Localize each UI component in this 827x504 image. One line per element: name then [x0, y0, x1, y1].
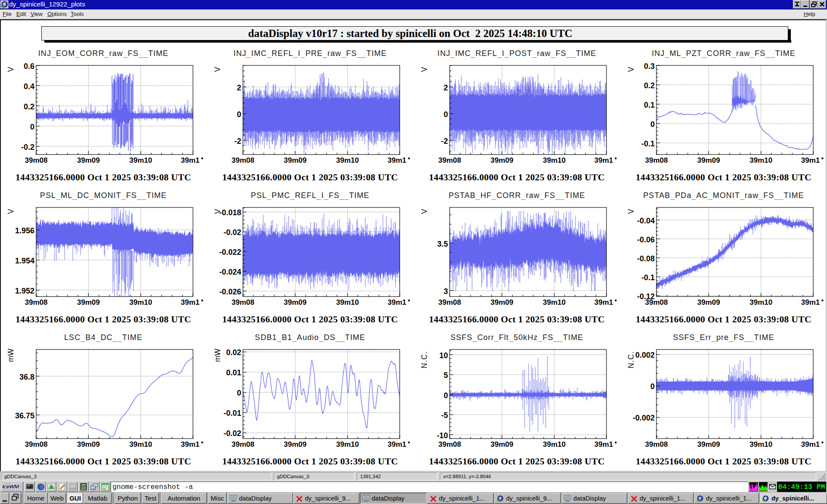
- svg-text:39m1: 39m1: [388, 440, 406, 448]
- svg-text:39m08: 39m08: [25, 298, 48, 306]
- svg-text:INJ_IMC_REFL_I_POST_raw_FS__TI: INJ_IMC_REFL_I_POST_raw_FS__TIME: [438, 49, 597, 58]
- svg-text:39m09: 39m09: [697, 440, 720, 448]
- svg-text:39m09: 39m09: [284, 156, 307, 164]
- svg-text:INJ_ML_PZT_CORR_raw_FS__TIME: INJ_ML_PZT_CORR_raw_FS__TIME: [652, 49, 796, 58]
- svg-text:39m08: 39m08: [232, 298, 255, 306]
- svg-text:LSC_B4_DC__TIME: LSC_B4_DC__TIME: [64, 333, 143, 342]
- svg-text:PSL_PMC_REFL_I_FS__TIME: PSL_PMC_REFL_I_FS__TIME: [251, 191, 369, 200]
- svg-text:39m10: 39m10: [336, 298, 359, 306]
- svg-text:mW: mW: [6, 348, 15, 362]
- svg-text:39m1: 39m1: [181, 298, 199, 306]
- svg-text:INJ_IMC_REFL_I_PRE_raw_FS__TIM: INJ_IMC_REFL_I_PRE_raw_FS__TIME: [233, 49, 387, 58]
- svg-text:-0.08: -0.08: [637, 254, 655, 263]
- svg-text:39m09: 39m09: [697, 298, 720, 306]
- svg-text:39m10: 39m10: [129, 440, 152, 448]
- svg-text:39m09: 39m09: [77, 298, 100, 306]
- svg-text:0.2: 0.2: [24, 102, 34, 111]
- svg-text:-0.04: -0.04: [637, 216, 655, 225]
- svg-text:-0.024: -0.024: [219, 268, 241, 276]
- svg-text:0: 0: [444, 391, 448, 400]
- svg-text:39m09: 39m09: [697, 156, 720, 164]
- svg-text:0: 0: [444, 110, 448, 119]
- svg-text:39m09: 39m09: [77, 440, 100, 448]
- svg-text:39m09: 39m09: [284, 440, 307, 448]
- svg-text:0: 0: [237, 389, 241, 397]
- svg-text:V: V: [420, 67, 429, 72]
- svg-text:1443325166.0000 Oct 1 2025 03:: 1443325166.0000 Oct 1 2025 03:39:08 UTC: [636, 172, 811, 182]
- svg-text:PSTAB_PDa_AC_MONIT_raw_FS__TIM: PSTAB_PDa_AC_MONIT_raw_FS__TIME: [643, 191, 804, 200]
- svg-text:10: 10: [439, 351, 448, 360]
- svg-text:PSL_ML_DC_MONIT_FS__TIME: PSL_ML_DC_MONIT_FS__TIME: [40, 191, 167, 200]
- svg-text:39m10: 39m10: [129, 156, 152, 164]
- svg-text:INJ_EOM_CORR_raw_FS__TIME: INJ_EOM_CORR_raw_FS__TIME: [38, 49, 168, 58]
- svg-text:N.C.: N.C.: [420, 351, 429, 368]
- svg-text:39m1: 39m1: [594, 440, 613, 448]
- svg-text:-0.01: -0.01: [224, 409, 241, 417]
- svg-text:39m10: 39m10: [543, 156, 566, 164]
- svg-text:mW: mW: [213, 348, 222, 362]
- svg-text:39m08: 39m08: [25, 156, 48, 164]
- svg-text:0.002: 0.002: [635, 351, 655, 359]
- svg-text:0.02: 0.02: [226, 348, 241, 357]
- svg-text:39m1: 39m1: [388, 156, 406, 164]
- svg-text:39m10: 39m10: [129, 298, 152, 306]
- svg-text:1443325166.0000 Oct 1 2025 03:: 1443325166.0000 Oct 1 2025 03:39:08 UTC: [16, 314, 191, 325]
- svg-text:39m1: 39m1: [594, 156, 613, 164]
- svg-text:-5: -5: [441, 411, 448, 420]
- svg-text:39m1: 39m1: [181, 156, 199, 164]
- svg-text:1443325166.0000 Oct 1 2025 03:: 1443325166.0000 Oct 1 2025 03:39:08 UTC: [222, 456, 398, 467]
- svg-text:-0.2: -0.2: [21, 143, 34, 152]
- svg-text:2: 2: [444, 83, 448, 92]
- svg-text:OVT: OVT: [92, 488, 96, 490]
- svg-text:V: V: [627, 67, 635, 72]
- svg-text:39m08: 39m08: [645, 298, 668, 306]
- svg-text:V: V: [6, 209, 15, 214]
- svg-text:1443325166.0000 Oct 1 2025 03:: 1443325166.0000 Oct 1 2025 03:39:08 UTC: [429, 172, 605, 182]
- svg-text:36.75: 36.75: [15, 411, 34, 420]
- svg-text:0.01: 0.01: [226, 368, 241, 377]
- svg-text:1443325166.0000 Oct 1 2025 03:: 1443325166.0000 Oct 1 2025 03:39:08 UTC: [636, 314, 811, 325]
- svg-text:1443325166.0000 Oct 1 2025 03:: 1443325166.0000 Oct 1 2025 03:39:08 UTC: [636, 456, 811, 467]
- svg-text:39m10: 39m10: [336, 440, 359, 448]
- svg-text:3: 3: [444, 287, 448, 296]
- svg-text:39m08: 39m08: [438, 440, 461, 448]
- svg-text:39m1: 39m1: [801, 440, 820, 448]
- svg-text:0.2: 0.2: [644, 81, 655, 90]
- svg-text:1443325166.0000 Oct 1 2025 03:: 1443325166.0000 Oct 1 2025 03:39:08 UTC: [222, 314, 398, 325]
- svg-text:1443325166.0000 Oct 1 2025 03:: 1443325166.0000 Oct 1 2025 03:39:08 UTC: [16, 456, 191, 467]
- svg-text:39m10: 39m10: [749, 298, 772, 306]
- svg-text:-2: -2: [441, 137, 448, 145]
- svg-text:1443325166.0000 Oct 1 2025 03:: 1443325166.0000 Oct 1 2025 03:39:08 UTC: [16, 172, 191, 182]
- svg-text:SSFS_Err_pre_FS__TIME: SSFS_Err_pre_FS__TIME: [673, 333, 774, 342]
- svg-text:V: V: [420, 209, 429, 214]
- svg-text:39m09: 39m09: [491, 156, 513, 164]
- svg-text:SSFS_Corr_Flt_50kHz_FS__TIME: SSFS_Corr_Flt_50kHz_FS__TIME: [451, 333, 584, 342]
- svg-text:1443325166.0000 Oct 1 2025 03:: 1443325166.0000 Oct 1 2025 03:39:08 UTC: [429, 314, 605, 325]
- svg-text:39m10: 39m10: [336, 156, 359, 164]
- svg-text:39m08: 39m08: [232, 156, 255, 164]
- svg-text:39m1: 39m1: [801, 156, 820, 164]
- svg-text:-0.06: -0.06: [637, 235, 655, 244]
- svg-text:39m10: 39m10: [749, 156, 772, 164]
- svg-text:-2: -2: [234, 137, 241, 145]
- svg-text:39m09: 39m09: [77, 156, 100, 164]
- svg-text:39m08: 39m08: [438, 156, 461, 164]
- svg-text:39m1: 39m1: [801, 298, 820, 306]
- svg-text:-10: -10: [437, 431, 448, 440]
- svg-text:5: 5: [444, 371, 448, 380]
- svg-text:39m10: 39m10: [543, 298, 566, 306]
- svg-text:1443325166.0000 Oct 1 2025 03:: 1443325166.0000 Oct 1 2025 03:39:08 UTC: [429, 456, 605, 467]
- svg-text:39m08: 39m08: [645, 440, 668, 448]
- svg-text:39m09: 39m09: [491, 440, 513, 448]
- svg-text:-0.02: -0.02: [224, 228, 241, 237]
- svg-text:39m08: 39m08: [232, 440, 255, 448]
- svg-text:V: V: [627, 209, 635, 214]
- svg-text:36.8: 36.8: [19, 373, 34, 381]
- svg-text:V: V: [6, 67, 15, 72]
- svg-text:39m1: 39m1: [181, 440, 199, 448]
- svg-text:PSTAB_HF_CORR_raw_FS__TIME: PSTAB_HF_CORR_raw_FS__TIME: [448, 191, 585, 200]
- svg-text:0: 0: [650, 120, 655, 129]
- svg-text:V: V: [213, 67, 222, 72]
- svg-text:-0.018: -0.018: [219, 208, 241, 217]
- svg-text:-0.002: -0.002: [633, 414, 655, 422]
